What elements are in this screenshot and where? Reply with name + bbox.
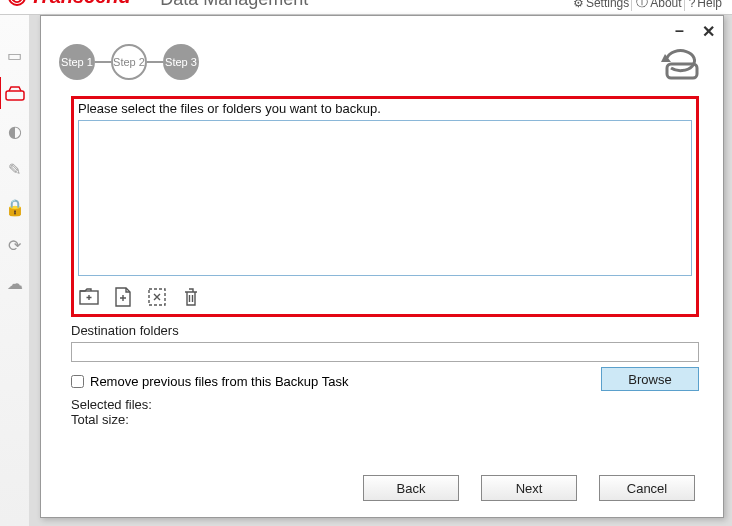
backup-wizard-dialog: – ✕ Step 1 Step 2 Step 3 Please select t… [40, 15, 724, 518]
dialog-action-buttons: Back Next Cancel [363, 475, 695, 501]
step-connector [95, 61, 111, 63]
close-button[interactable]: ✕ [702, 22, 715, 41]
sidebar-item-backup[interactable] [3, 83, 27, 103]
app-title: Data Management [160, 0, 308, 10]
dialog-body: Please select the files or folders you w… [71, 90, 699, 427]
remove-previous-label: Remove previous files from this Backup T… [90, 374, 348, 389]
app-header: Transcend ® Data Management ⚙Settings ⓘA… [0, 0, 732, 15]
file-toolbar [78, 276, 692, 308]
add-folder-button[interactable] [78, 286, 100, 308]
help-icon: ? [689, 0, 696, 10]
svg-rect-0 [6, 91, 24, 100]
header-links: ⚙Settings ⓘAbout ?Help [569, 0, 722, 11]
info-icon: ⓘ [636, 0, 648, 11]
help-label: Help [697, 0, 722, 10]
device-small-icon [5, 85, 25, 101]
about-link[interactable]: ⓘAbout [631, 0, 681, 11]
trash-icon [182, 287, 200, 307]
brand-logo: Transcend ® [8, 0, 142, 8]
cancel-button[interactable]: Cancel [599, 475, 695, 501]
file-plus-icon [114, 287, 132, 307]
delete-button[interactable] [180, 286, 202, 308]
sidebar-item-7[interactable]: ☁ [3, 273, 27, 293]
settings-link[interactable]: ⚙Settings [569, 0, 629, 11]
step-2: Step 2 [111, 44, 147, 80]
selected-files-label: Selected files: [71, 397, 699, 412]
minimize-button[interactable]: – [675, 22, 684, 41]
about-label: About [650, 0, 681, 10]
step-1: Step 1 [59, 44, 95, 80]
remove-previous-checkbox[interactable] [71, 375, 84, 388]
wizard-steps: Step 1 Step 2 Step 3 [59, 44, 199, 80]
sidebar-item-6[interactable]: ⟳ [3, 235, 27, 255]
destination-section: Destination folders Remove previous file… [71, 323, 699, 389]
settings-label: Settings [586, 0, 629, 10]
help-link[interactable]: ?Help [684, 0, 722, 11]
brand-logo-icon [8, 0, 26, 6]
file-selection-list[interactable] [78, 120, 692, 276]
sidebar-item-3[interactable]: ◐ [3, 121, 27, 141]
destination-label: Destination folders [71, 323, 699, 338]
content-area: – ✕ Step 1 Step 2 Step 3 Please select t… [30, 15, 732, 526]
back-button[interactable]: Back [363, 475, 459, 501]
next-button[interactable]: Next [481, 475, 577, 501]
add-file-button[interactable] [112, 286, 134, 308]
restore-device-icon [657, 40, 705, 82]
step-connector [147, 61, 163, 63]
total-size-label: Total size: [71, 412, 699, 427]
sidebar-item-5[interactable]: 🔒 [3, 197, 27, 217]
highlight-box: Please select the files or folders you w… [71, 96, 699, 317]
instruction-text: Please select the files or folders you w… [78, 99, 692, 118]
sidebar-item-1[interactable]: ▭ [3, 45, 27, 65]
brand-name: Transcend [30, 0, 131, 8]
summary-block: Selected files: Total size: [71, 397, 699, 427]
clear-selection-button[interactable] [146, 286, 168, 308]
sidebar: ▭ ◐ ✎ 🔒 ⟳ ☁ [0, 15, 30, 526]
step-3: Step 3 [163, 44, 199, 80]
folder-plus-icon [79, 288, 99, 306]
sidebar-item-4[interactable]: ✎ [3, 159, 27, 179]
dialog-window-controls: – ✕ [675, 22, 715, 41]
gear-icon: ⚙ [573, 0, 584, 10]
destination-input[interactable] [71, 342, 699, 362]
main-area: ▭ ◐ ✎ 🔒 ⟳ ☁ – ✕ Step 1 Step 2 Step 3 [0, 15, 732, 526]
browse-button[interactable]: Browse [601, 367, 699, 391]
clear-icon [147, 287, 167, 307]
